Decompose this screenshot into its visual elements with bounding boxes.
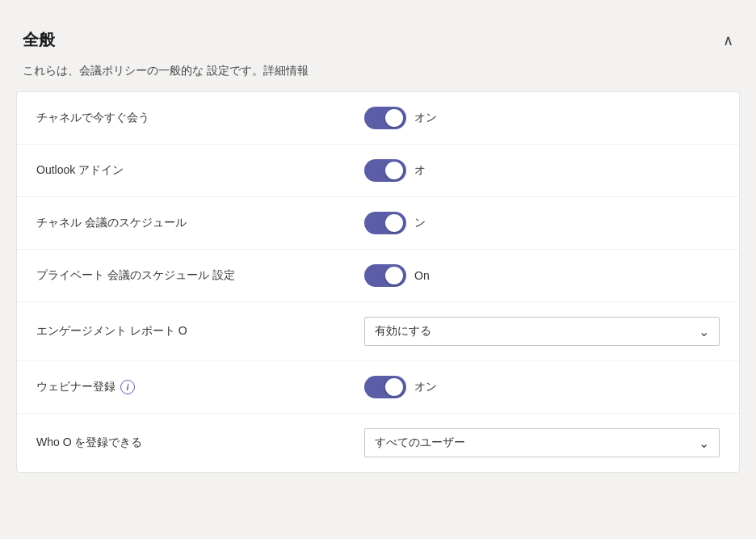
- setting-row-private-meeting: プライベート 会議のスケジュール 設定 On: [17, 250, 739, 302]
- info-icon-webinar[interactable]: i: [120, 380, 135, 394]
- toggle-track-webinar-registration: [364, 376, 406, 398]
- setting-control-channel-meeting: ン: [364, 212, 720, 234]
- toggle-wrapper-channel-meeting: ン: [364, 212, 426, 234]
- setting-control-outlook-addin: オ: [364, 159, 720, 182]
- toggle-wrapper-private-meeting: On: [364, 264, 430, 287]
- toggle-thumb-meet-now: [385, 109, 403, 127]
- toggle-wrapper-meet-now: オン: [364, 107, 437, 129]
- toggle-status-private-meeting: On: [414, 269, 430, 282]
- setting-control-webinar-registration: オン: [364, 376, 720, 398]
- setting-label-private-meeting: プライベート 会議のスケジュール 設定: [36, 268, 235, 283]
- setting-label-meet-now: チャネルで今すぐ会う: [36, 111, 149, 125]
- page-container: 全般 ∧ これらは、会議ポリシーの一般的な 設定です。詳細情報 チャネルで今すぐ…: [16, 16, 740, 473]
- setting-control-private-meeting: On: [364, 264, 720, 287]
- setting-label-who-can-register: Who O を登録できる: [36, 436, 142, 450]
- toggle-private-meeting[interactable]: [364, 264, 406, 287]
- toggle-channel-meeting[interactable]: [364, 212, 406, 234]
- dropdown-who-can-register[interactable]: すべてのユーザー ⌄: [364, 428, 720, 457]
- toggle-thumb-private-meeting: [385, 267, 403, 284]
- setting-control-engagement-report: 有効にする ⌄: [364, 317, 720, 346]
- dropdown-engagement-report[interactable]: 有効にする ⌄: [364, 317, 720, 346]
- setting-control-meet-now: オン: [364, 107, 720, 129]
- setting-row-meet-now: チャネルで今すぐ会う オン: [17, 92, 739, 145]
- toggle-status-channel-meeting: ン: [414, 216, 426, 230]
- section-description: これらは、会議ポリシーの一般的な 設定です。詳細情報: [16, 64, 740, 91]
- toggle-outlook-addin[interactable]: [364, 159, 406, 182]
- toggle-track-private-meeting: [364, 264, 406, 287]
- dropdown-value-engagement-report: 有効にする: [375, 324, 431, 339]
- toggle-track-outlook-addin: [364, 159, 406, 182]
- setting-row-engagement-report: エンゲージメント レポート O 有効にする ⌄: [17, 302, 739, 361]
- toggle-thumb-channel-meeting: [385, 214, 403, 232]
- toggle-status-meet-now: オン: [414, 111, 437, 125]
- setting-row-outlook-addin: Outlook アドイン オ: [17, 145, 739, 197]
- toggle-track-meet-now: [364, 107, 406, 129]
- setting-row-webinar-registration: ウェビナー登録 i オン: [17, 361, 739, 414]
- setting-row-channel-meeting: チャネル 会議のスケジュール ン: [17, 197, 739, 250]
- collapse-icon[interactable]: ∧: [723, 32, 733, 49]
- dropdown-chevron-engagement-report: ⌄: [699, 324, 709, 339]
- setting-row-who-can-register: Who O を登録できる すべてのユーザー ⌄: [17, 414, 739, 472]
- toggle-wrapper-outlook-addin: オ: [364, 159, 426, 182]
- toggle-wrapper-webinar-registration: オン: [364, 376, 437, 398]
- toggle-webinar-registration[interactable]: [364, 376, 406, 398]
- setting-label-engagement-report: エンゲージメント レポート O: [36, 324, 187, 339]
- section-header: 全般 ∧: [16, 16, 740, 64]
- dropdown-chevron-who-can-register: ⌄: [699, 436, 709, 451]
- setting-label-channel-meeting: チャネル 会議のスケジュール: [36, 216, 187, 230]
- setting-label-outlook-addin: Outlook アドイン: [36, 163, 124, 178]
- dropdown-value-who-can-register: すべてのユーザー: [375, 436, 465, 450]
- section-title: 全般: [23, 29, 55, 51]
- toggle-status-webinar-registration: オン: [414, 380, 437, 394]
- settings-card: チャネルで今すぐ会う オン Outlook アドイン: [16, 91, 740, 473]
- toggle-track-channel-meeting: [364, 212, 406, 234]
- toggle-status-outlook-addin: オ: [414, 163, 426, 178]
- toggle-thumb-webinar-registration: [385, 378, 403, 396]
- setting-label-webinar-registration: ウェビナー登録 i: [36, 380, 135, 394]
- setting-control-who-can-register: すべてのユーザー ⌄: [364, 428, 720, 457]
- toggle-thumb-outlook-addin: [385, 162, 403, 179]
- toggle-meet-now[interactable]: [364, 107, 406, 129]
